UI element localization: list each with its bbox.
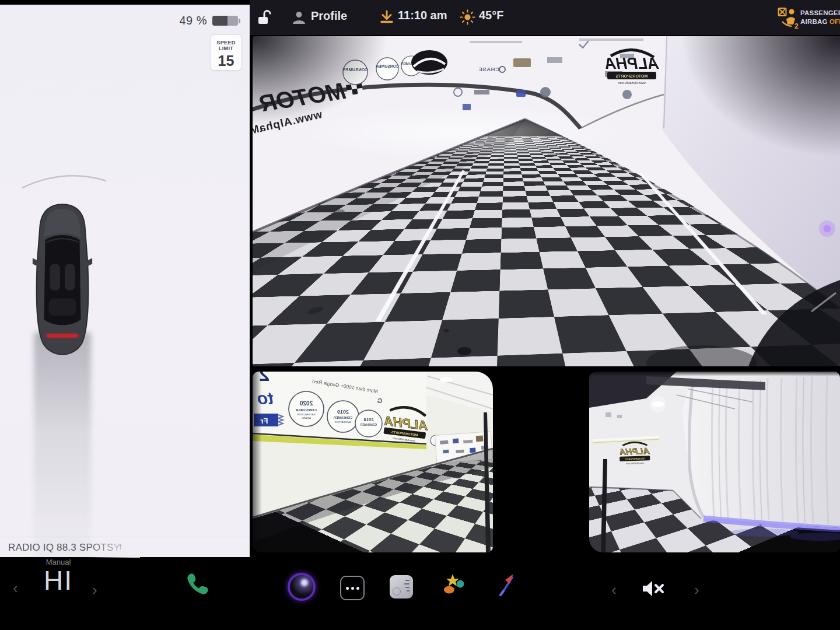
svg-text:CONSUMER: CONSUMER bbox=[295, 408, 317, 412]
svg-text:SATISFACTION: SATISFACTION bbox=[297, 413, 315, 416]
arcade-icon[interactable] bbox=[441, 572, 468, 598]
svg-text:www.AlphaMS.com: www.AlphaMS.com bbox=[618, 81, 646, 85]
right-camera-scene: ALPHA MOTORSPORTS www.AlphaMS.com bbox=[589, 372, 840, 552]
speed-limit-value: 15 bbox=[211, 52, 242, 69]
bottom-dock: ‹ Manual HI › ‹ › bbox=[0, 560, 840, 630]
dashcam-camera-icon[interactable] bbox=[290, 575, 313, 598]
svg-text:to: to bbox=[257, 388, 274, 408]
car-path-shadow bbox=[34, 332, 91, 557]
outside-temperature[interactable]: 45°F bbox=[479, 9, 503, 22]
more-apps-icon[interactable] bbox=[340, 576, 365, 600]
svg-text:2020: 2020 bbox=[299, 400, 313, 407]
left-camera-scene: More than 1000+ Google Revi ★★★★★ G 2020… bbox=[253, 372, 493, 552]
right-repeater-camera-feed[interactable]: ALPHA MOTORSPORTS www.AlphaMS.com bbox=[589, 372, 840, 552]
radio-text-fade bbox=[88, 537, 140, 558]
unlock-icon[interactable] bbox=[257, 9, 272, 27]
award-circle-2019: 2019 CONSUMER SATISFACTION bbox=[327, 401, 359, 432]
award-circle-2018: 2018 CONSUMER bbox=[355, 410, 382, 437]
svg-text:2: 2 bbox=[794, 22, 799, 30]
media-mini-bar[interactable]: RADIO IQ 88.3 SPOTSY ↑ bbox=[0, 537, 250, 558]
speed-limit-sign: SPEED LIMIT 15 bbox=[211, 35, 242, 70]
speed-limit-label-2: LIMIT bbox=[211, 46, 242, 51]
svg-text:CONSUMER: CONSUMER bbox=[376, 64, 399, 68]
svg-text:CONSUMER: CONSUMER bbox=[334, 416, 353, 419]
volume-up-chevron[interactable]: › bbox=[694, 582, 699, 597]
svg-text:2018: 2018 bbox=[363, 417, 374, 422]
svg-text:2: 2 bbox=[259, 372, 270, 385]
svg-text:SATISFACTION: SATISFACTION bbox=[335, 421, 352, 424]
award-circle-2020: 2020 CONSUMER SATISFACTION AWARD bbox=[289, 391, 324, 426]
svg-text:ALPHA: ALPHA bbox=[605, 55, 660, 72]
banner-car-graphic bbox=[411, 50, 447, 75]
station-preset[interactable]: HI bbox=[34, 565, 83, 596]
svg-text:CONSUMER: CONSUMER bbox=[342, 67, 368, 72]
up-arrow-icon[interactable]: ↑ bbox=[118, 541, 123, 552]
download-icon[interactable] bbox=[379, 9, 394, 25]
svg-text:2019: 2019 bbox=[337, 409, 349, 415]
speed-limit-label-1: SPEED bbox=[211, 40, 242, 46]
phone-icon[interactable] bbox=[186, 572, 210, 596]
rear-camera-scene: MOTOR www.AlphaM CONSUMER CONSUMER CONSU… bbox=[253, 36, 840, 366]
svg-text:G: G bbox=[377, 397, 383, 404]
rear-camera-feed[interactable]: MOTOR www.AlphaM CONSUMER CONSUMER CONSU… bbox=[253, 36, 840, 366]
airbag-line1: PASSENGER bbox=[800, 9, 840, 18]
svg-text:CHASE: CHASE bbox=[478, 66, 499, 72]
vehicle-status-panel: 49 % SPEED LIMIT 15 RADIO IQ 88.3 SPOTSY bbox=[0, 5, 250, 557]
left-repeater-camera-feed[interactable]: More than 1000+ Google Revi ★★★★★ G 2020… bbox=[253, 372, 493, 552]
profile-button[interactable]: Profile bbox=[311, 9, 347, 23]
airbag-line2: AIRBAG OFF bbox=[800, 18, 840, 26]
mute-icon[interactable] bbox=[640, 579, 668, 598]
passenger-airbag-status: PASSENGER AIRBAG OFF bbox=[800, 9, 840, 26]
media-app-icon[interactable] bbox=[390, 575, 413, 598]
airbag-off-status: OFF bbox=[830, 18, 840, 25]
profile-icon[interactable] bbox=[292, 10, 306, 25]
ego-car-top-view bbox=[28, 202, 97, 357]
dart-icon[interactable] bbox=[497, 572, 518, 596]
battery-percentage: 49 % bbox=[179, 14, 207, 27]
parking-arc bbox=[18, 163, 111, 191]
svg-text:AWARD: AWARD bbox=[302, 416, 311, 419]
station-next-button[interactable]: › bbox=[92, 582, 97, 597]
volume-down-chevron[interactable]: ‹ bbox=[611, 582, 617, 597]
svg-text:MOTORSPORTS: MOTORSPORTS bbox=[615, 74, 648, 78]
sun-icon bbox=[460, 9, 475, 25]
station-prev-button[interactable]: ‹ bbox=[13, 580, 18, 596]
battery-status: 49 % bbox=[179, 14, 238, 27]
battery-icon bbox=[212, 16, 238, 26]
svg-text:CONSUMER: CONSUMER bbox=[360, 424, 377, 426]
clock: 11:10 am bbox=[398, 9, 447, 22]
svg-text:ALPHA: ALPHA bbox=[620, 446, 650, 457]
top-status-bar: Profile 11:10 am 45°F 2 PASSENGER bbox=[250, 0, 840, 35]
passenger-airbag-icon: 2 bbox=[778, 6, 799, 30]
svg-text:Fr: Fr bbox=[261, 416, 268, 425]
